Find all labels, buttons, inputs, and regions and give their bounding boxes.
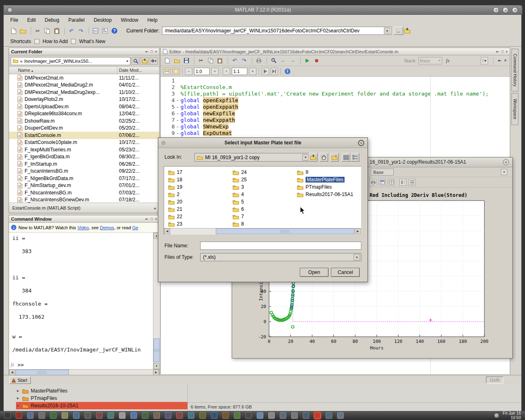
list-view-button[interactable] [342, 153, 350, 162]
dialog-folder-item[interactable]: 25 [233, 176, 295, 183]
code-line[interactable]: 2%EstartConsole.m [161, 84, 510, 91]
app-icon[interactable] [234, 412, 240, 419]
chevron-down-icon[interactable]: ▾ [354, 254, 360, 260]
app-icon[interactable] [39, 412, 45, 419]
file-name-input[interactable] [200, 242, 361, 250]
current-folder-combo[interactable]: /media/data/EASY/InovImager_jwrCF_WINLin… [162, 27, 392, 35]
app-icon[interactable] [291, 412, 298, 419]
open-button[interactable]: Open [300, 268, 329, 277]
file-row[interactable]: EstartConsole10plate.m10/17/2... [9, 139, 159, 146]
close-icon[interactable]: × [358, 140, 364, 146]
dialog-folder-item[interactable]: 21 [168, 205, 231, 213]
file-row[interactable]: DMPexcel2mat_MediaDrug2.m04/01/2... [9, 82, 159, 89]
horizontal-scrollbar[interactable]: ◀ ▶ [9, 369, 159, 375]
maximize-icon[interactable]: □ [151, 217, 153, 221]
collapse-icon[interactable]: ▴ [154, 206, 156, 210]
dialog-folder-item[interactable]: Results2017-06-15A1 [297, 191, 359, 198]
redo-button[interactable]: ↷ [240, 57, 248, 65]
dialog-folder-item[interactable]: 9 [297, 169, 359, 176]
columns-button[interactable] [399, 179, 406, 186]
scroll-right-button[interactable]: ▶ [153, 370, 159, 375]
dialog-folder-list[interactable]: ◀ ▶ 17181922021222324253456789MasterPlat… [164, 166, 361, 235]
scroll-down-button[interactable]: ▼ [153, 363, 160, 369]
app-icon[interactable] [176, 412, 183, 419]
fx-button[interactable]: fx [444, 57, 452, 65]
redo-button[interactable]: ↷ [77, 27, 85, 35]
paste-button[interactable] [216, 57, 224, 65]
dialog-folder-item[interactable]: 20 [168, 198, 231, 205]
app-icon[interactable] [84, 412, 91, 419]
app-icon[interactable] [119, 412, 126, 419]
menu-window[interactable]: Window [121, 17, 138, 23]
app-icon[interactable] [337, 412, 344, 419]
divide-value-button[interactable]: ÷ [223, 68, 230, 75]
search-button[interactable] [132, 57, 139, 65]
copy-button[interactable] [43, 27, 51, 35]
cell-value-left-input[interactable] [194, 68, 210, 75]
window-close-button[interactable]: × [512, 7, 518, 13]
current-folder-panel-header[interactable]: Current Folder ⇤ □ × [9, 48, 159, 55]
app-icon[interactable] [211, 412, 217, 419]
file-row[interactable]: DshowRaw.m02/25/2... [9, 117, 159, 125]
app-icon[interactable] [62, 412, 68, 419]
tab-command-history[interactable]: Command History [511, 49, 518, 91]
actions-menu-button[interactable]: ⚙▾ [150, 57, 158, 65]
dialog-folder-item[interactable]: MasterPlateFiles [297, 176, 359, 183]
chevron-down-icon[interactable]: ▾ [501, 169, 507, 175]
app-icon[interactable] [199, 412, 206, 419]
up-folder-button[interactable] [141, 57, 148, 65]
print-button[interactable] [370, 179, 377, 186]
tree-item[interactable]: ▶MasterPlateFiles [16, 387, 187, 395]
app-icon[interactable] [142, 412, 148, 419]
app-icon[interactable] [73, 412, 80, 419]
dialog-folder-item[interactable]: 24 [233, 169, 295, 176]
banner-link[interactable]: Demos [100, 225, 114, 230]
scrollbar-thumb[interactable] [153, 338, 160, 362]
app-icon[interactable] [96, 412, 103, 419]
save-button[interactable] [182, 57, 190, 65]
app-icon[interactable] [268, 412, 275, 419]
go-back-button[interactable]: ← [279, 57, 287, 65]
close-icon[interactable]: × [503, 159, 509, 165]
menu-help[interactable]: Help [147, 17, 158, 23]
undock-icon[interactable]: ⇤ [146, 50, 149, 54]
command-prompt[interactable]: fx >> [11, 362, 24, 368]
cancel-button[interactable]: Cancel [331, 268, 360, 277]
go-forward-button[interactable]: → [288, 57, 297, 65]
app-icon[interactable] [16, 412, 22, 419]
cut-button[interactable]: ✂ [197, 57, 205, 65]
code-line[interactable]: 3%[file,path] = uiputfile('.mat','Create… [161, 91, 510, 97]
shortcut-how-to-add[interactable]: How to Add [43, 39, 68, 44]
column-divider[interactable] [117, 67, 117, 74]
app-icon[interactable] [326, 412, 332, 419]
menu-desktop[interactable]: Desktop [94, 17, 112, 23]
window-titlebar[interactable]: MATLAB 7.12.0 (R2011a) ▿ ▵ × [3, 5, 523, 15]
decrease-value-button[interactable]: − [185, 68, 192, 75]
dialog-folder-item[interactable]: 3 [233, 183, 295, 191]
layout-button[interactable]: □▾ [481, 57, 488, 64]
file-details-footer[interactable]: EstartConsole.m (MATLAB Script) ▴ [9, 203, 159, 213]
figure-stack-combo[interactable]: Base [371, 169, 394, 176]
menu-parallel[interactable]: Parallel [68, 17, 84, 23]
close-icon[interactable]: × [155, 50, 157, 54]
window-shade-button[interactable]: ▿ [493, 7, 499, 13]
file-row[interactable]: F_NIscanIntensBG.m07/03/2... [9, 189, 159, 196]
table-view-button[interactable] [379, 179, 386, 186]
tab-workspace[interactable]: Workspace [511, 93, 518, 125]
dialog-folder-item[interactable]: 17 [168, 169, 231, 176]
breadcrumb[interactable]: « InovImager_jwrCF_WINLinx150... ▸ [11, 57, 130, 65]
cut-button[interactable]: ✂ [34, 27, 42, 35]
file-row[interactable]: DMPexcel2mat_MediaDrug2exp...11/10/2... [9, 89, 159, 96]
app-icon[interactable] [314, 412, 321, 419]
insert-cell-divider-button[interactable] [163, 68, 171, 75]
stack-combo[interactable]: Base ▾ [418, 57, 442, 64]
dialog-folder-item[interactable]: 7 [233, 213, 295, 220]
menu-file[interactable]: File [10, 17, 18, 23]
menu-debug[interactable]: Debug [45, 17, 59, 23]
undock-icon[interactable]: ⇤ [498, 58, 502, 63]
name-column-header[interactable]: Name ▴ [18, 68, 33, 73]
dialog-folder-item[interactable]: 18 [168, 176, 231, 183]
app-icon[interactable] [245, 412, 252, 419]
file-list-column-headers[interactable]: Name ▴ Date Mod... [9, 67, 159, 74]
look-in-combo[interactable]: MI 16_0919_yor1-2 copy ▾ [194, 153, 310, 162]
